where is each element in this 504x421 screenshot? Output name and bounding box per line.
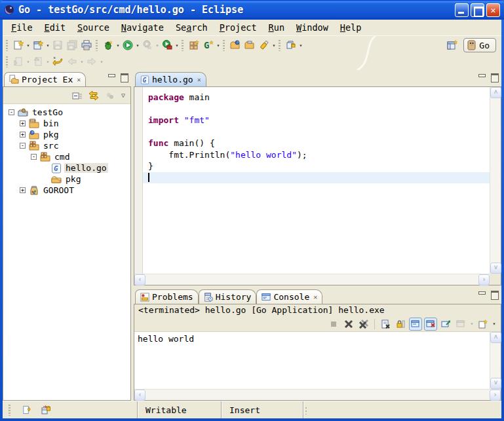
menu-run[interactable]: Run xyxy=(263,21,290,34)
forward-button[interactable] xyxy=(85,54,99,69)
scroll-down-icon[interactable]: ˅ xyxy=(490,378,501,389)
show-view-trim-button[interactable] xyxy=(19,403,33,417)
scroll-left-icon[interactable]: ‹ xyxy=(134,274,145,285)
close-icon[interactable]: ✕ xyxy=(77,76,81,83)
panel-minimize-button[interactable] xyxy=(478,291,486,298)
toolbar-grip[interactable] xyxy=(182,40,184,51)
new-go-file-button[interactable]: G xyxy=(201,38,216,52)
panel-maximize-button[interactable] xyxy=(490,73,499,81)
toolbar-grip[interactable] xyxy=(223,40,225,51)
new-go-package-button[interactable] xyxy=(187,38,201,52)
back-button[interactable] xyxy=(65,54,79,69)
last-edit-location-button[interactable]: * xyxy=(50,54,65,69)
tree-item-testgo[interactable]: - testGo xyxy=(3,107,130,118)
print-button[interactable] xyxy=(79,38,94,52)
close-icon[interactable]: ✕ xyxy=(197,76,201,83)
remove-all-launches-button[interactable] xyxy=(357,318,370,331)
external-tools-dropdown[interactable]: ▾ xyxy=(174,43,180,48)
close-icon[interactable]: ✕ xyxy=(313,293,317,301)
console-output[interactable]: hello world xyxy=(134,332,490,389)
expander-icon[interactable]: - xyxy=(20,143,26,149)
tree-item-pkg[interactable]: + pkg xyxy=(3,129,130,140)
previous-annotation-button[interactable] xyxy=(31,54,45,69)
toolbar-grip[interactable] xyxy=(6,56,8,67)
view-menu-button[interactable]: ▽ xyxy=(120,92,126,99)
show-console-stdout-button[interactable] xyxy=(409,318,422,331)
run-button[interactable] xyxy=(121,38,135,52)
new-wizard-dropdown[interactable]: ▾ xyxy=(26,43,31,48)
focus-on-task-button[interactable] xyxy=(104,89,117,102)
remove-launch-button[interactable] xyxy=(342,318,355,331)
statusbar-grip[interactable] xyxy=(303,401,308,418)
back-dropdown[interactable]: ▾ xyxy=(79,59,85,65)
tree-item-hello-go[interactable]: G hello.go xyxy=(3,162,130,174)
new-wizard-button[interactable] xyxy=(11,38,26,52)
close-button[interactable] xyxy=(486,3,500,17)
run-last-button[interactable] xyxy=(140,38,155,52)
open-perspective-button[interactable] xyxy=(445,38,459,52)
new-file-button[interactable] xyxy=(31,38,45,52)
expander-icon[interactable]: + xyxy=(20,187,26,193)
new-file-dropdown[interactable]: ▾ xyxy=(45,43,50,48)
previous-annotation-dropdown[interactable]: ▾ xyxy=(45,59,50,65)
external-tools-button[interactable] xyxy=(160,38,174,52)
code-editor[interactable]: package main import "fmt" func main() { … xyxy=(143,87,490,274)
toolbar-grip[interactable] xyxy=(6,40,8,51)
go-perspective-button[interactable]: Go xyxy=(463,38,496,52)
debug-dropdown[interactable]: ▾ xyxy=(115,43,121,48)
tree-item-bin[interactable]: + 010 bin xyxy=(3,118,130,129)
pin-console-button[interactable] xyxy=(439,318,452,331)
menu-navigate[interactable]: Navigate xyxy=(115,21,170,34)
debug-button[interactable] xyxy=(101,38,115,52)
maximize-button[interactable] xyxy=(471,3,484,17)
search-button[interactable] xyxy=(257,38,271,52)
scroll-right-icon[interactable]: › xyxy=(490,390,501,401)
display-selected-console-button[interactable] xyxy=(454,318,467,331)
scroll-up-icon[interactable]: ˄ xyxy=(490,332,501,343)
statusbar-grip[interactable] xyxy=(9,405,10,416)
synchronize-trim-button[interactable] xyxy=(39,403,53,417)
menu-source[interactable]: Source xyxy=(71,21,115,34)
open-folder-button[interactable] xyxy=(242,38,257,52)
title-bar[interactable]: Go - testGo/src/cmd/hello.go - Eclipse xyxy=(0,0,504,20)
expander-icon[interactable]: - xyxy=(31,154,37,160)
console-horizontal-scrollbar[interactable]: ‹ › xyxy=(134,389,501,400)
tab-console[interactable]: Console ✕ xyxy=(256,289,322,304)
new-go-file-dropdown[interactable]: ▾ xyxy=(216,43,221,48)
menu-edit[interactable]: Edit xyxy=(39,21,72,34)
panel-minimize-button[interactable] xyxy=(478,73,486,81)
display-console-dropdown[interactable]: ▾ xyxy=(469,321,475,327)
tab-project-explorer[interactable]: Project Ex ✕ xyxy=(4,72,86,86)
minimize-button[interactable] xyxy=(455,3,469,17)
menu-window[interactable]: Window xyxy=(290,21,334,34)
editor-vertical-scrollbar[interactable]: ˄ ˅ xyxy=(490,87,501,274)
run-last-dropdown[interactable]: ▾ xyxy=(155,43,160,48)
scroll-right-icon[interactable]: › xyxy=(478,274,490,285)
toolbar-grip[interactable] xyxy=(96,40,98,51)
tab-history[interactable]: History xyxy=(199,289,257,304)
search-dropdown[interactable]: ▾ xyxy=(271,43,277,48)
tab-problems[interactable]: Problems xyxy=(135,289,199,304)
tree-item-src[interactable]: - src xyxy=(3,140,130,151)
tree-item-goroot[interactable]: + GOROOT xyxy=(3,185,130,196)
next-annotation-dropdown[interactable]: ▾ xyxy=(26,59,31,65)
scroll-left-icon[interactable]: ‹ xyxy=(134,390,145,401)
link-with-editor-button[interactable] xyxy=(87,89,100,102)
menu-help[interactable]: Help xyxy=(334,21,368,34)
scroll-up-icon[interactable]: ˄ xyxy=(490,87,501,98)
open-resource-button[interactable] xyxy=(228,38,242,52)
terminate-button[interactable] xyxy=(327,318,340,331)
open-console-button[interactable] xyxy=(476,318,490,331)
menu-file[interactable]: File xyxy=(5,21,39,34)
show-console-stderr-button[interactable] xyxy=(424,318,437,331)
scroll-lock-button[interactable] xyxy=(394,318,407,331)
save-all-button[interactable] xyxy=(65,38,79,52)
run-dropdown[interactable]: ▾ xyxy=(135,43,140,48)
mark-occurrences-dropdown[interactable]: ▾ xyxy=(298,43,303,48)
expander-icon[interactable]: - xyxy=(9,109,14,115)
toolbar-grip[interactable] xyxy=(279,40,281,51)
tab-hello-go[interactable]: G hello.go ✕ xyxy=(135,72,206,86)
panel-minimize-button[interactable] xyxy=(107,73,116,81)
editor-horizontal-scrollbar[interactable]: ‹ › xyxy=(134,274,490,285)
mark-occurrences-button[interactable] xyxy=(284,38,298,52)
